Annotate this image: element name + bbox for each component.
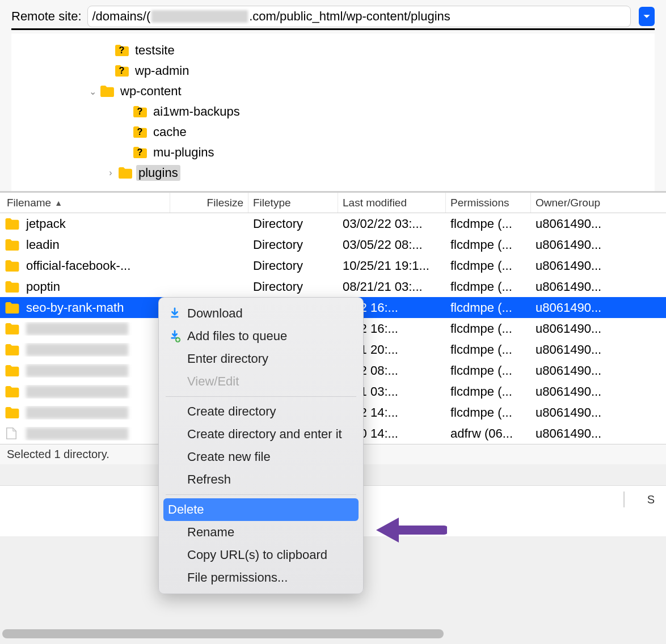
file-icon <box>5 427 20 440</box>
table-row[interactable]: leadinDirectory03/05/22 08:...flcdmpe (.… <box>0 234 666 255</box>
menu-rename[interactable]: Rename <box>159 521 363 544</box>
svg-text:?: ? <box>137 147 143 157</box>
directory-tree[interactable]: ?testsite?wp-admin⌄wp-content?ai1wm-back… <box>11 33 655 191</box>
menu-create-new-file[interactable]: Create new file <box>159 446 363 468</box>
svg-text:?: ? <box>137 106 143 116</box>
path-dropdown-button[interactable] <box>639 7 655 26</box>
redacted-domain <box>151 10 248 23</box>
folder-icon <box>5 238 20 252</box>
table-row[interactable]: official-facebook-...Directory10/25/21 1… <box>0 255 666 276</box>
tree-item[interactable]: ⌄wp-content <box>11 81 655 101</box>
tree-item-label: ai1wm-backups <box>151 104 242 120</box>
folder-question-icon: ? <box>115 44 129 57</box>
remote-path-input[interactable]: /domains/( .com/public_html/wp-content/p… <box>87 6 631 27</box>
column-lastmodified[interactable]: Last modified <box>338 193 446 213</box>
folder-question-icon: ? <box>115 65 129 77</box>
folder-icon <box>5 322 20 336</box>
scrollbar-thumb[interactable] <box>2 629 444 638</box>
file-name: seo-by-rank-math <box>26 300 124 315</box>
redacted-text <box>26 365 128 377</box>
folder-question-icon: ? <box>133 105 147 118</box>
table-row[interactable]: poptinDirectory08/21/21 03:...flcdmpe (.… <box>0 276 666 297</box>
file-name: poptin <box>26 279 60 294</box>
folder-icon <box>5 364 20 378</box>
path-prefix: /domains/( <box>92 9 151 24</box>
menu-add-to-queue[interactable]: Add files to queue <box>159 325 363 348</box>
tree-item-label: mu-plugins <box>151 145 217 160</box>
tree-item[interactable]: ›plugins <box>11 163 655 183</box>
separator-line <box>11 28 655 30</box>
redacted-text <box>26 323 128 335</box>
folder-icon <box>5 343 20 357</box>
menu-create-directory[interactable]: Create directory <box>159 400 363 423</box>
column-owner[interactable]: Owner/Group <box>531 193 622 213</box>
horizontal-scrollbar[interactable] <box>2 629 664 638</box>
chevron-icon[interactable]: › <box>106 168 116 178</box>
folder-icon <box>118 167 133 179</box>
download-icon <box>168 307 182 320</box>
tree-item[interactable]: ?ai1wm-backups <box>11 101 655 122</box>
menu-create-directory-enter[interactable]: Create directory and enter it <box>159 423 363 446</box>
folder-icon <box>5 406 20 420</box>
column-filesize[interactable]: Filesize <box>170 193 248 213</box>
column-permissions[interactable]: Permissions <box>446 193 531 213</box>
folder-icon <box>5 217 20 231</box>
bottom-header-fragment: S <box>623 492 655 507</box>
file-name: leadin <box>26 238 60 252</box>
redacted-text <box>26 344 128 356</box>
menu-refresh[interactable]: Refresh <box>159 468 363 491</box>
tree-item-label: testsite <box>133 43 177 58</box>
tree-item-label: cache <box>151 124 189 140</box>
tree-item-label: wp-content <box>118 83 184 99</box>
redacted-text <box>26 385 128 398</box>
table-row[interactable]: jetpackDirectory03/02/22 03:...flcdmpe (… <box>0 213 666 234</box>
folder-question-icon: ? <box>133 126 147 138</box>
folder-icon <box>5 385 20 399</box>
folder-icon <box>5 301 20 315</box>
tree-item-label: plugins <box>136 165 180 181</box>
menu-file-permissions[interactable]: File permissions... <box>159 566 363 589</box>
folder-icon <box>5 259 20 273</box>
chevron-icon[interactable]: ⌄ <box>87 86 98 97</box>
file-list-header: Filename▲ Filesize Filetype Last modifie… <box>0 193 666 213</box>
svg-text:?: ? <box>119 65 125 75</box>
svg-rect-5 <box>171 316 179 318</box>
context-menu: Download Add files to queue Enter direct… <box>158 297 364 594</box>
svg-text:?: ? <box>137 126 143 137</box>
remote-site-row: Remote site: /domains/( .com/public_html… <box>11 6 655 27</box>
folder-icon <box>100 85 115 98</box>
redacted-text <box>26 406 128 419</box>
menu-view-edit: View/Edit <box>159 370 363 393</box>
menu-copy-urls[interactable]: Copy URL(s) to clipboard <box>159 544 363 566</box>
annotation-arrow <box>373 513 447 549</box>
sort-ascending-icon: ▲ <box>54 198 62 207</box>
menu-enter-directory[interactable]: Enter directory <box>159 348 363 370</box>
chevron-down-icon <box>643 12 651 20</box>
tree-item[interactable]: ?cache <box>11 122 655 142</box>
menu-separator <box>166 494 356 495</box>
tree-item[interactable]: ?wp-admin <box>11 61 655 81</box>
column-filetype[interactable]: Filetype <box>248 193 338 213</box>
menu-download[interactable]: Download <box>159 302 363 325</box>
folder-question-icon: ? <box>133 146 147 159</box>
column-filename[interactable]: Filename▲ <box>0 193 170 213</box>
file-name: official-facebook-... <box>26 259 130 273</box>
tree-item[interactable]: ?testsite <box>11 40 655 61</box>
redacted-text <box>26 427 128 440</box>
tree-item[interactable]: ?mu-plugins <box>11 142 655 163</box>
menu-delete[interactable]: Delete <box>163 498 359 521</box>
svg-text:?: ? <box>119 45 125 55</box>
path-suffix: .com/public_html/wp-content/plugins <box>249 9 450 24</box>
download-plus-icon <box>168 329 182 343</box>
menu-separator <box>166 396 356 397</box>
file-name: jetpack <box>26 217 66 231</box>
remote-site-label: Remote site: <box>11 9 82 24</box>
tree-item-label: wp-admin <box>133 63 191 79</box>
folder-icon <box>5 280 20 294</box>
